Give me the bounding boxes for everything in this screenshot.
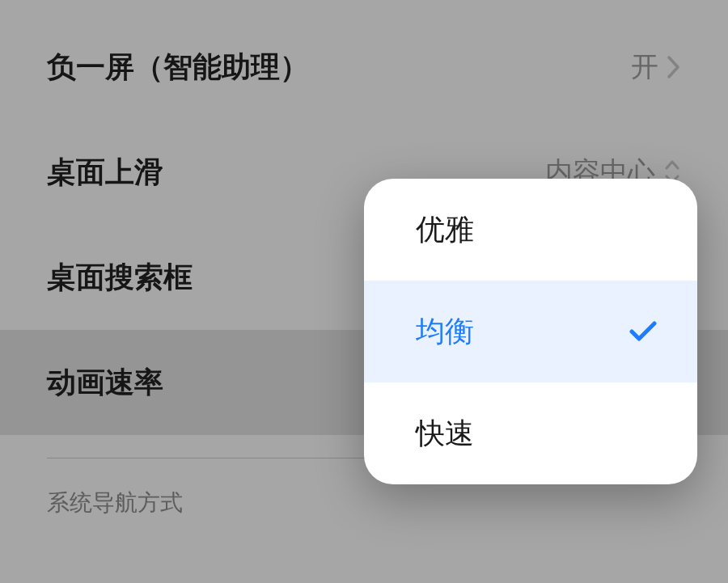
setting-value-group: 开 [631,49,681,86]
popup-option-label: 均衡 [416,312,474,352]
popup-option-elegant[interactable]: 优雅 [364,179,697,281]
popup-option-balanced[interactable]: 均衡 [364,281,697,382]
setting-value: 开 [631,49,658,86]
setting-label: 桌面搜索框 [47,258,193,298]
popup-option-fast[interactable]: 快速 [364,382,697,484]
setting-label: 动画速率 [47,363,163,403]
setting-row-minus-one-screen[interactable]: 负一屏（智能助理） 开 [0,15,728,120]
setting-label: 桌面上滑 [47,153,163,192]
popup-option-label: 优雅 [416,210,474,250]
popup-option-label: 快速 [416,414,474,454]
setting-label: 负一屏（智能助理） [47,48,309,87]
chevron-right-icon [667,55,681,79]
animation-speed-popup: 优雅 均衡 快速 [364,179,697,484]
check-icon [629,321,657,342]
